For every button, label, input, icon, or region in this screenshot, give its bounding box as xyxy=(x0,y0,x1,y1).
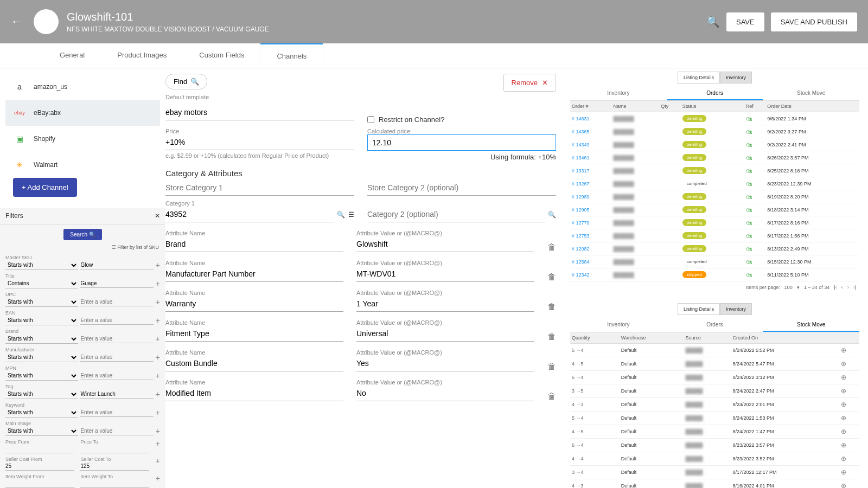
table-row[interactable]: 3 →5 Default █████ 8/24/2022 2:47 PM ⊕ xyxy=(570,384,859,398)
plus-icon[interactable]: + xyxy=(156,298,160,306)
price-to-input[interactable] xyxy=(80,445,149,453)
trash-icon[interactable]: 🗑 xyxy=(547,362,556,371)
search-icon[interactable]: 🔍 xyxy=(548,211,556,219)
order-link[interactable]: # 13317 xyxy=(570,164,611,177)
tab-general[interactable]: General xyxy=(43,43,101,68)
gear-icon[interactable]: ⊕ xyxy=(841,346,846,354)
find-button[interactable]: Find 🔍 xyxy=(165,74,207,89)
col-name[interactable]: Name xyxy=(611,101,659,112)
plus-icon[interactable]: + xyxy=(156,261,160,269)
tab-channels[interactable]: Channels xyxy=(260,43,323,68)
table-row[interactable]: # 13461 ██████ pending 🛍 8/26/2022 3:57 … xyxy=(570,151,859,164)
price-from-input[interactable] xyxy=(5,445,74,453)
plus-icon[interactable]: + xyxy=(156,371,160,380)
col-order[interactable]: Order # xyxy=(570,101,611,112)
trash-icon[interactable]: 🗑 xyxy=(547,332,556,342)
gear-icon[interactable]: ⊕ xyxy=(841,414,846,422)
tab-images[interactable]: Product Images xyxy=(101,43,183,68)
channel-shopify[interactable]: ▣Shopify xyxy=(5,126,160,152)
attr-name-1[interactable] xyxy=(165,266,343,282)
filter-op-tag[interactable]: Starts with xyxy=(5,389,78,399)
col-ref[interactable]: Ref xyxy=(744,101,766,112)
order-link[interactable]: # 12905 xyxy=(570,203,611,216)
table-row[interactable]: # 14365 ██████ pending 🛍 9/2/2022 9:27 P… xyxy=(570,125,859,138)
order-link[interactable]: # 14631 xyxy=(570,112,611,125)
table-row[interactable]: # 14631 ██████ pending 🛍 9/6/2022 1:34 P… xyxy=(570,112,859,125)
mini-tab-inventory-2[interactable]: Inventory xyxy=(720,303,752,315)
plus-icon[interactable]: + xyxy=(156,439,160,453)
w-from-input[interactable] xyxy=(5,479,74,488)
filter-val-kw[interactable] xyxy=(80,408,153,417)
col-qty[interactable]: Quantity xyxy=(570,332,620,344)
col-status[interactable]: Status xyxy=(681,101,744,112)
subtab-orders-2[interactable]: Orders xyxy=(667,318,763,332)
gear-icon[interactable]: ⊕ xyxy=(841,468,846,476)
sc-from-input[interactable] xyxy=(5,462,74,471)
attr-val-3[interactable] xyxy=(356,326,534,342)
filter-op-ean[interactable]: Starts with xyxy=(5,316,78,325)
table-row[interactable]: 6 →4 Default █████ 8/23/2022 3:57 PM ⊕ xyxy=(570,439,859,452)
remove-button[interactable]: Remove ✕ xyxy=(503,74,556,92)
plus-icon[interactable]: + xyxy=(156,279,160,288)
table-row[interactable]: # 12905 ██████ pending 🛍 8/18/2022 3:14 … xyxy=(570,203,859,216)
attr-name-2[interactable] xyxy=(165,296,343,312)
trash-icon[interactable]: 🗑 xyxy=(547,272,556,282)
subtab-inventory[interactable]: Inventory xyxy=(570,87,667,100)
mini-tab-listing-2[interactable]: Listing Details xyxy=(678,303,720,315)
plus-icon[interactable]: + xyxy=(156,457,160,471)
gear-icon[interactable]: ⊕ xyxy=(841,441,846,449)
filter-val-img[interactable] xyxy=(80,427,153,435)
order-link[interactable]: # 12342 xyxy=(570,268,611,281)
filter-op-upc[interactable]: Starts with xyxy=(5,297,78,307)
table-row[interactable]: 4 →3 Default █████ 8/16/2022 4:01 PM ⊕ xyxy=(570,479,859,489)
mini-tab-inventory[interactable]: Inventory xyxy=(720,72,752,84)
attr-val-4[interactable] xyxy=(356,356,534,371)
gear-icon[interactable]: ⊕ xyxy=(841,360,846,368)
filter-op-mpn[interactable]: Starts with xyxy=(5,371,78,381)
filter-val-mpn[interactable] xyxy=(80,371,153,380)
col-date[interactable]: Order Date xyxy=(765,101,859,112)
filter-op-brand[interactable]: Starts with xyxy=(5,334,78,344)
w-to-input[interactable] xyxy=(80,479,149,488)
attr-name-4[interactable] xyxy=(165,356,343,371)
cat2-input[interactable] xyxy=(367,207,545,222)
order-link[interactable]: # 13267 xyxy=(570,177,611,190)
close-icon[interactable]: ✕ xyxy=(155,212,160,220)
plus-icon[interactable]: + xyxy=(156,316,160,325)
channel-walmart[interactable]: ✳Walmart xyxy=(5,152,160,178)
plus-icon[interactable]: + xyxy=(156,427,160,435)
ipp-select[interactable]: 100 xyxy=(784,285,793,290)
gear-icon[interactable]: ⊕ xyxy=(841,374,846,381)
attr-val-5[interactable] xyxy=(356,386,534,401)
channel-ebay[interactable]: ebayeBay:abx xyxy=(5,100,160,126)
table-row[interactable]: 4 →3 Default █████ 8/24/2022 2:01 PM ⊕ xyxy=(570,398,859,412)
attr-name-3[interactable] xyxy=(165,326,343,342)
order-link[interactable]: # 13461 xyxy=(570,151,611,164)
restrict-checkbox[interactable] xyxy=(367,116,374,123)
table-row[interactable]: 4 →5 Default █████ 8/24/2022 5:47 PM ⊕ xyxy=(570,357,859,371)
plus-icon[interactable]: + xyxy=(156,474,160,488)
template-select[interactable] xyxy=(165,105,354,120)
order-link[interactable]: # 12989 xyxy=(570,190,611,203)
table-row[interactable]: 5 →4 Default █████ 8/24/2022 3:12 PM ⊕ xyxy=(570,371,859,384)
last-page-icon[interactable]: ›| xyxy=(853,285,856,290)
col-src[interactable]: Source xyxy=(684,332,731,344)
order-link[interactable]: # 14349 xyxy=(570,138,611,151)
filter-op-kw[interactable]: Starts with xyxy=(5,408,78,418)
filter-val-tag[interactable] xyxy=(80,390,153,399)
table-row[interactable]: 3 →4 Default █████ 8/17/2022 12:17 PM ⊕ xyxy=(570,466,859,479)
filter-by-sku-link[interactable]: ☰ Filter by list of SKU xyxy=(0,245,165,253)
table-row[interactable]: # 12342 ██████ shipped 🛍 8/11/2022 5:10 … xyxy=(570,268,859,281)
filter-op-img[interactable]: Starts with xyxy=(5,426,78,436)
table-row[interactable]: # 14349 ██████ pending 🛍 9/2/2022 2:41 P… xyxy=(570,138,859,151)
filters-search-button[interactable]: Search 🔍 xyxy=(63,229,101,240)
subtab-orders[interactable]: Orders xyxy=(667,87,763,100)
attr-val-1[interactable] xyxy=(356,266,534,282)
table-row[interactable]: 4 →4 Default █████ 8/23/2022 3:52 PM ⊕ xyxy=(570,452,859,466)
gear-icon[interactable]: ⊕ xyxy=(841,482,846,488)
trash-icon[interactable]: 🗑 xyxy=(547,242,556,252)
subtab-inventory-2[interactable]: Inventory xyxy=(570,318,667,332)
table-row[interactable]: # 12989 ██████ pending 🛍 8/19/2022 8:20 … xyxy=(570,190,859,203)
table-row[interactable]: # 13267 ██████ completed 🛍 8/23/2022 12:… xyxy=(570,177,859,190)
list-icon[interactable]: ☰ xyxy=(348,211,354,219)
